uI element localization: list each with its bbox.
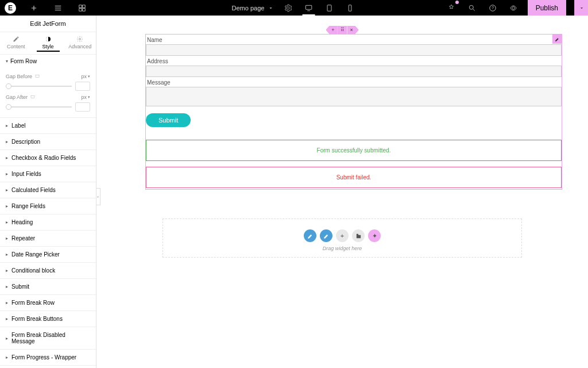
- section-input-fields[interactable]: ▸Input Fields: [0, 166, 96, 182]
- topbar-right: ? Publish: [445, 0, 588, 16]
- section-form-break-row[interactable]: ▸Form Break Row: [0, 295, 96, 311]
- gap-before-label: Gap Before: [6, 74, 40, 79]
- contrast-icon: [45, 36, 52, 43]
- topbar-left: E: [0, 2, 88, 14]
- caret-right-icon: ▸: [6, 139, 8, 144]
- caret-right-icon: ▸: [6, 123, 8, 128]
- tab-advanced[interactable]: Advanced: [64, 32, 96, 54]
- jetform-widget[interactable]: Name Address Message Submit Form success…: [145, 34, 562, 190]
- section-form-progress-pages[interactable]: ▸Form Progress - Pages: [0, 366, 96, 368]
- mobile-view-button[interactable]: [343, 2, 356, 14]
- section-label: Input Fields: [11, 171, 41, 177]
- gap-after-slider[interactable]: [6, 106, 72, 108]
- section-form-row[interactable]: ▾ Form Row: [0, 55, 96, 68]
- widget-handle: + ⠿ ×: [326, 26, 359, 34]
- caret-right-icon: ▸: [6, 204, 8, 209]
- section-label: Label: [11, 122, 25, 129]
- section-form-row-label: Form Row: [10, 58, 37, 64]
- section-label: Repeater: [11, 235, 35, 241]
- drop-zone-icons: + ✦: [163, 229, 521, 242]
- preview-button[interactable]: [507, 2, 520, 14]
- publish-button[interactable]: Publish: [528, 0, 566, 16]
- sidebar-title: Edit JetForm: [0, 16, 96, 32]
- sidebar-tabs: Content Style Advanced: [0, 32, 96, 55]
- section-checkbox-radio-fields[interactable]: ▸Checkbox & Radio Fields: [0, 150, 96, 166]
- section-label[interactable]: ▸Label: [0, 118, 96, 134]
- section-label: Range Fields: [11, 203, 45, 209]
- widget-close-button[interactable]: ×: [347, 26, 359, 34]
- dz-container-button[interactable]: [320, 229, 332, 242]
- finder-button[interactable]: [466, 2, 478, 14]
- section-date-range-picker[interactable]: ▸Date Range Picker: [0, 247, 96, 263]
- section-range-fields[interactable]: ▸Range Fields: [0, 198, 96, 214]
- section-conditional-block[interactable]: ▸Conditional block: [0, 263, 96, 279]
- section-label: Form Break Disabled Message: [11, 332, 90, 344]
- tablet-view-button[interactable]: [323, 2, 335, 14]
- address-label: Address: [146, 56, 562, 66]
- svg-rect-0: [305, 5, 312, 9]
- svg-rect-8: [36, 75, 39, 77]
- section-label: Form Progress - Wrapper: [11, 354, 76, 361]
- address-input[interactable]: [146, 66, 562, 77]
- section-label: Description: [11, 139, 40, 145]
- widget-drag-handle[interactable]: ⠿: [338, 26, 347, 34]
- page-name-dropdown[interactable]: Demo page: [232, 5, 274, 12]
- elementor-logo[interactable]: E: [5, 2, 16, 14]
- dz-ai-button[interactable]: ✦: [368, 229, 381, 242]
- caret-right-icon: ▸: [6, 355, 8, 360]
- section-label: Date Range Picker: [11, 251, 60, 258]
- tab-style[interactable]: Style: [32, 32, 64, 54]
- section-description[interactable]: ▸Description: [0, 134, 96, 150]
- gap-after-input[interactable]: [75, 102, 90, 112]
- dz-section-button[interactable]: [304, 229, 316, 242]
- unit-selector-after[interactable]: px ▾: [81, 94, 90, 100]
- tab-content-label: Content: [7, 44, 25, 49]
- dz-template-button[interactable]: [352, 229, 365, 242]
- sidebar: Edit JetForm Content Style Advanced ▾ Fo…: [0, 16, 96, 368]
- svg-rect-1: [327, 5, 331, 11]
- tab-style-label: Style: [42, 44, 54, 49]
- name-input[interactable]: [146, 44, 562, 56]
- widget-edit-button[interactable]: [552, 34, 562, 44]
- unit-selector-before[interactable]: px ▾: [81, 74, 90, 79]
- caret-right-icon: ▸: [6, 220, 8, 225]
- widget-add-button[interactable]: +: [326, 26, 337, 34]
- section-calculated-fields[interactable]: ▸Calculated Fields: [0, 182, 96, 198]
- section-repeater[interactable]: ▸Repeater: [0, 231, 96, 247]
- publish-dropdown-button[interactable]: [574, 0, 588, 16]
- svg-rect-2: [349, 5, 351, 11]
- section-form-break-buttons[interactable]: ▸Form Break Buttons: [0, 311, 96, 327]
- topbar-center: Demo page: [232, 2, 357, 14]
- caret-down-icon: ▾: [6, 59, 8, 64]
- notifications-button[interactable]: [445, 2, 458, 14]
- topbar: E Demo page ? Publish: [0, 0, 588, 16]
- page-name-label: Demo page: [232, 5, 265, 12]
- desktop-view-button[interactable]: [302, 3, 315, 16]
- section-label: Heading: [11, 219, 33, 225]
- caret-right-icon: ▸: [6, 284, 8, 289]
- section-heading[interactable]: ▸Heading: [0, 214, 96, 231]
- success-message: Form successfully submitted.: [146, 140, 562, 161]
- desktop-icon: [34, 74, 40, 79]
- gap-before-input[interactable]: [75, 82, 90, 91]
- message-textarea[interactable]: [146, 87, 562, 106]
- tab-advanced-label: Advanced: [68, 44, 91, 49]
- site-settings-button[interactable]: [52, 2, 64, 14]
- add-element-button[interactable]: [28, 2, 40, 14]
- section-form-progress-wrapper[interactable]: ▸Form Progress - Wrapper: [0, 350, 96, 366]
- dz-add-button[interactable]: +: [336, 229, 349, 242]
- section-form-break-disabled-message[interactable]: ▸Form Break Disabled Message: [0, 327, 96, 350]
- drop-zone[interactable]: + ✦ Drag widget here: [163, 218, 522, 258]
- page-settings-button[interactable]: [281, 2, 294, 14]
- panel-collapse-toggle[interactable]: ‹: [96, 188, 100, 205]
- gap-before-slider[interactable]: [6, 86, 72, 87]
- tab-content[interactable]: Content: [0, 32, 32, 54]
- section-submit[interactable]: ▸Submit: [0, 279, 96, 295]
- name-label: Name: [146, 34, 562, 44]
- submit-button[interactable]: Submit: [146, 113, 191, 127]
- section-label: Submit: [11, 283, 29, 290]
- help-button[interactable]: ?: [486, 2, 499, 14]
- structure-button[interactable]: [76, 2, 88, 14]
- caret-right-icon: ▸: [6, 268, 8, 273]
- pencil-icon: [13, 36, 20, 43]
